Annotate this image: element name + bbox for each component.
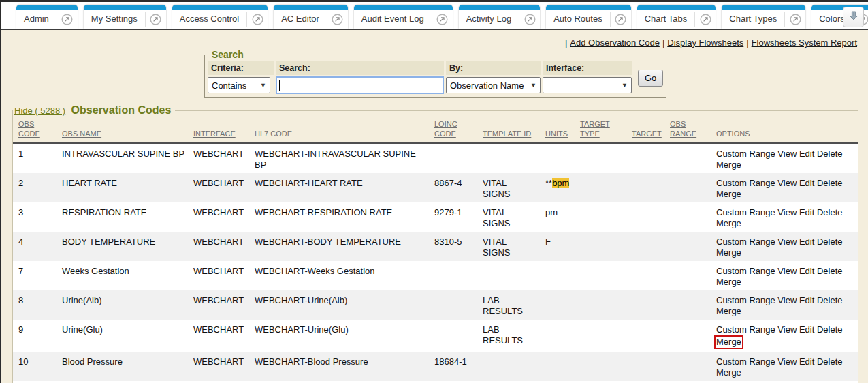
option-view-link[interactable]: View	[777, 178, 797, 188]
option-custom-range-link[interactable]: Custom Range	[716, 236, 775, 247]
by-label: By:	[446, 61, 541, 75]
option-merge-link[interactable]: Merge	[716, 367, 741, 378]
open-new-window-icon[interactable]	[247, 10, 268, 29]
option-merge-link[interactable]: Merge	[716, 189, 741, 199]
open-new-window-icon[interactable]	[57, 10, 78, 29]
cell-target-type	[575, 143, 626, 173]
option-merge-link[interactable]: Merge	[716, 247, 741, 258]
chevron-down-icon: ▼	[260, 82, 266, 89]
option-edit-link[interactable]: Edit	[799, 236, 814, 247]
cell-options: Custom Range View Edit DeleteMerge	[711, 232, 858, 261]
cell-obs-name: BODY TEMPERATURE	[57, 232, 188, 261]
option-custom-range-link[interactable]: Custom Range	[716, 295, 775, 305]
cell-obs-name: RESPIRATION RATE	[57, 202, 188, 232]
option-merge-link[interactable]: Merge	[716, 218, 741, 228]
cell-obs-range	[664, 320, 711, 352]
tab-access-control[interactable]: Access Control	[172, 5, 268, 29]
option-edit-link[interactable]: Edit	[799, 178, 814, 188]
open-new-window-icon[interactable]	[146, 10, 166, 29]
column-header-target[interactable]: TARGET	[626, 117, 664, 143]
option-view-link[interactable]: View	[777, 149, 797, 159]
cell-obs-name: Blood Pressure	[57, 352, 188, 381]
option-edit-link[interactable]: Edit	[799, 324, 814, 335]
cell-template-id	[477, 261, 540, 290]
cell-obs-name: HEART RATE	[57, 173, 188, 202]
cell-hl7-code: WEBCHART-INTRAVASCULAR SUPINE BP	[249, 143, 429, 173]
option-view-link[interactable]: View	[777, 207, 797, 217]
column-header-units[interactable]: UNITS	[540, 117, 575, 143]
open-new-window-icon[interactable]	[432, 10, 453, 29]
hide-count-link[interactable]: Hide ( 5288 )	[14, 106, 65, 116]
option-view-link[interactable]: View	[777, 236, 797, 247]
tab-chart-tabs[interactable]: Chart Tabs	[637, 5, 716, 29]
table-row: 2HEART RATEWEBCHARTWEBCHART-HEART RATE88…	[13, 173, 858, 202]
header-link-flowsheets-system-report[interactable]: Flowsheets System Report	[752, 37, 857, 48]
option-edit-link[interactable]: Edit	[799, 266, 814, 276]
tab-admin[interactable]: Admin	[16, 5, 78, 29]
cell-target	[626, 202, 664, 232]
option-delete-link[interactable]: Delete	[817, 356, 843, 367]
option-edit-link[interactable]: Edit	[799, 149, 814, 159]
column-header-obs-range[interactable]: OBS RANGE	[664, 117, 711, 143]
column-header-obs-name[interactable]: OBS NAME	[57, 117, 188, 143]
tab-auto-routes[interactable]: Auto Routes	[546, 5, 631, 29]
option-merge-link[interactable]: Merge	[716, 159, 741, 170]
option-view-link[interactable]: View	[777, 295, 797, 305]
tab-overflow-button[interactable]	[843, 7, 864, 27]
header-link-display-flowsheets[interactable]: Display Flowsheets	[667, 37, 743, 48]
option-view-link[interactable]: View	[777, 356, 797, 367]
open-new-window-icon[interactable]	[611, 10, 631, 29]
option-custom-range-link[interactable]: Custom Range	[716, 324, 775, 335]
option-edit-link[interactable]: Edit	[799, 295, 814, 305]
open-new-window-icon[interactable]	[327, 10, 348, 29]
option-custom-range-link[interactable]: Custom Range	[716, 178, 775, 188]
table-header-row: OBS CODEOBS NAMEINTERFACEHL7 CODELOINC C…	[13, 117, 858, 143]
go-button[interactable]: Go	[638, 70, 663, 87]
cell-options: Custom Range View Edit DeleteMerge	[711, 290, 858, 320]
cell-loinc-code: 18684-1	[429, 352, 477, 381]
option-custom-range-link[interactable]: Custom Range	[716, 356, 775, 367]
option-merge-link[interactable]: Merge	[714, 335, 743, 349]
option-edit-link[interactable]: Edit	[799, 207, 814, 217]
search-input[interactable]	[276, 76, 444, 94]
tab-label: Activity Log	[459, 10, 519, 29]
tab-my-settings[interactable]: My Settings	[84, 5, 166, 29]
header-link-add-observation-code[interactable]: Add Observation Code	[570, 37, 660, 48]
option-custom-range-link[interactable]: Custom Range	[716, 207, 775, 217]
link-separator: |	[660, 37, 667, 48]
option-delete-link[interactable]: Delete	[817, 295, 843, 305]
column-header-obs-code[interactable]: OBS CODE	[13, 117, 57, 143]
open-new-window-icon[interactable]	[785, 10, 805, 29]
cell-template-id	[477, 143, 540, 173]
cell-loinc-code	[429, 261, 477, 290]
search-highlight: bpm	[552, 178, 569, 188]
open-new-window-icon[interactable]	[519, 10, 540, 29]
option-delete-link[interactable]: Delete	[817, 149, 843, 159]
option-delete-link[interactable]: Delete	[817, 324, 843, 335]
cell-target-type	[575, 173, 626, 202]
column-header-interface[interactable]: INTERFACE	[188, 117, 249, 143]
option-delete-link[interactable]: Delete	[817, 207, 843, 217]
option-edit-link[interactable]: Edit	[799, 356, 814, 367]
column-header-target-type[interactable]: TARGET TYPE	[575, 117, 626, 143]
option-custom-range-link[interactable]: Custom Range	[716, 149, 775, 159]
option-delete-link[interactable]: Delete	[817, 178, 843, 188]
option-view-link[interactable]: View	[777, 324, 797, 335]
tab-chart-types[interactable]: Chart Types	[722, 5, 805, 29]
option-view-link[interactable]: View	[777, 266, 797, 276]
interface-select[interactable]: ▼	[543, 77, 632, 93]
criteria-select[interactable]: Contains ▼	[208, 77, 270, 93]
option-merge-link[interactable]: Merge	[716, 277, 741, 287]
option-custom-range-link[interactable]: Custom Range	[716, 266, 775, 276]
option-delete-link[interactable]: Delete	[817, 266, 843, 276]
option-merge-link[interactable]: Merge	[716, 306, 741, 316]
column-header-template-id[interactable]: TEMPLATE ID	[477, 117, 540, 143]
search-panel: Search Criteria: Search: By: Interface: …	[204, 49, 666, 98]
column-header-loinc-code[interactable]: LOINC CODE	[429, 117, 477, 143]
tab-activity-log[interactable]: Activity Log	[459, 5, 540, 29]
tab-ac-editor[interactable]: AC Editor	[274, 5, 348, 29]
option-delete-link[interactable]: Delete	[817, 236, 843, 247]
tab-audit-event-log[interactable]: Audit Event Log	[354, 5, 453, 29]
by-select[interactable]: Observation Name ▼	[446, 77, 541, 93]
open-new-window-icon[interactable]	[695, 10, 716, 29]
